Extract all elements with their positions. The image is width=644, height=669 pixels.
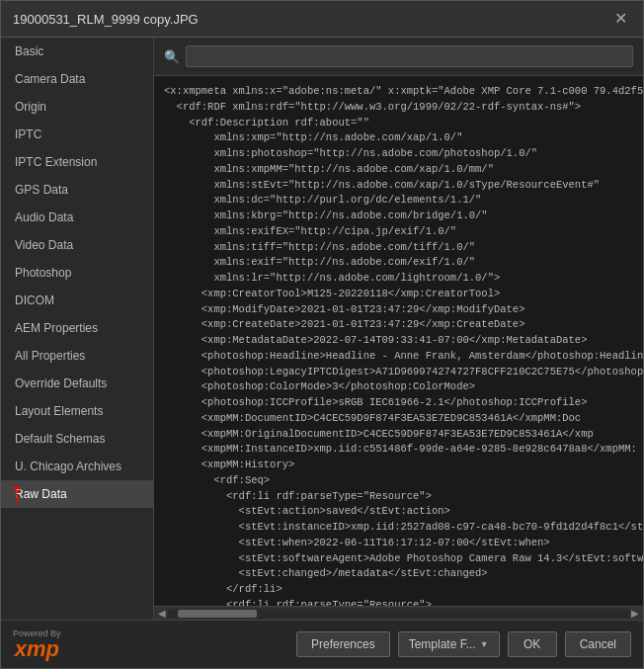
sidebar-item-video-data[interactable]: Video Data: [1, 231, 153, 259]
search-bar: 🔍: [154, 38, 643, 76]
xmp-logo: Powered By xmp: [13, 628, 61, 660]
sidebar-item-basic[interactable]: Basic: [1, 38, 153, 65]
template-dropdown[interactable]: Template F... ▼: [398, 631, 500, 657]
bottom-buttons: Preferences Template F... ▼ OK Cancel: [296, 631, 631, 657]
raw-data-content: <x:xmpmeta xmlns:x="adobe:ns:meta/" x:xm…: [154, 76, 643, 620]
sidebar-item-u.-chicago-archives[interactable]: U. Chicago Archives: [1, 453, 153, 480]
h-scrollbar-track: [168, 609, 629, 619]
bottom-bar: Powered By xmp Preferences Template F...…: [1, 620, 643, 668]
sidebar-item-default-schemas[interactable]: Default Schemas: [1, 425, 153, 453]
sidebar-item-camera-data[interactable]: Camera Data: [1, 65, 153, 93]
sidebar-item-photoshop[interactable]: Photoshop: [1, 259, 153, 287]
sidebar-item-gps-data[interactable]: GPS Data: [1, 176, 153, 204]
close-button[interactable]: ✕: [610, 9, 631, 29]
sidebar-item-layout-elements[interactable]: Layout Elements: [1, 397, 153, 425]
sidebar-item-override-defaults[interactable]: Override Defaults: [1, 370, 153, 397]
sidebar-item-raw-data[interactable]: Raw Data: [1, 480, 153, 508]
xmp-brand: xmp: [15, 638, 59, 660]
sidebar-item-dicom[interactable]: DICOM: [1, 287, 153, 314]
sidebar-item-iptc[interactable]: IPTC: [1, 121, 153, 148]
title-bar: 19000531_RLM_9999 copy.JPG ✕: [1, 1, 643, 38]
sidebar-item-iptc-extension[interactable]: IPTC Extension: [1, 148, 153, 176]
sidebar: BasicCamera DataOriginIPTCIPTC Extension…: [1, 38, 154, 620]
search-icon: 🔍: [164, 49, 180, 64]
h-scrollbar-thumb[interactable]: [178, 610, 257, 618]
cancel-button[interactable]: Cancel: [565, 631, 631, 657]
raw-data-text[interactable]: <x:xmpmeta xmlns:x="adobe:ns:meta/" x:xm…: [154, 76, 643, 606]
dialog-title: 19000531_RLM_9999 copy.JPG: [13, 12, 199, 27]
chevron-down-icon: ▼: [480, 639, 489, 649]
scroll-right-arrow[interactable]: ▶: [629, 608, 641, 619]
main-area: 🔍 <x:xmpmeta xmlns:x="adobe:ns:meta/" x:…: [154, 38, 643, 620]
sidebar-item-audio-data[interactable]: Audio Data: [1, 204, 153, 231]
search-input[interactable]: [186, 45, 633, 67]
preferences-button[interactable]: Preferences: [296, 631, 390, 657]
ok-button[interactable]: OK: [508, 631, 557, 657]
sidebar-item-all-properties[interactable]: All Properties: [1, 342, 153, 370]
horizontal-scrollbar[interactable]: ◀ ▶: [154, 606, 643, 620]
sidebar-item-aem-properties[interactable]: AEM Properties: [1, 314, 153, 342]
sidebar-item-origin[interactable]: Origin: [1, 93, 153, 121]
dialog-body: BasicCamera DataOriginIPTCIPTC Extension…: [1, 38, 643, 620]
dialog: 19000531_RLM_9999 copy.JPG ✕ BasicCamera…: [0, 0, 644, 669]
template-label: Template F...: [409, 637, 476, 651]
scroll-left-arrow[interactable]: ◀: [156, 608, 168, 619]
